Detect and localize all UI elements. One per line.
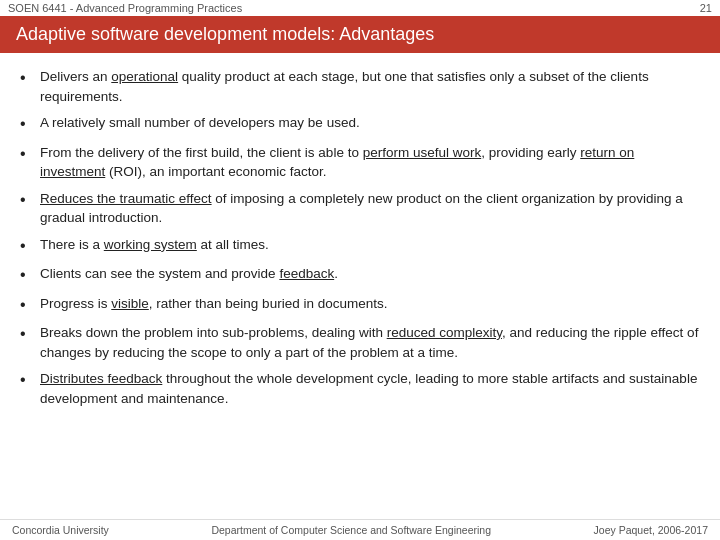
bullet-dot: • [20, 67, 36, 89]
list-item: •Breaks down the problem into sub-proble… [20, 323, 700, 362]
list-item: •Progress is visible, rather than being … [20, 294, 700, 316]
bullet-text: A relatively small number of developers … [40, 113, 700, 133]
bullet-dot: • [20, 294, 36, 316]
footer-right: Joey Paquet, 2006-2017 [594, 524, 708, 536]
bullet-dot: • [20, 369, 36, 391]
bullet-dot: • [20, 113, 36, 135]
bullet-text: From the delivery of the first build, th… [40, 143, 700, 182]
bullet-dot: • [20, 143, 36, 165]
footer-left: Concordia University [12, 524, 109, 536]
list-item: •There is a working system at all times. [20, 235, 700, 257]
list-item: •A relatively small number of developers… [20, 113, 700, 135]
footer-center: Department of Computer Science and Softw… [211, 524, 491, 536]
bullet-dot: • [20, 264, 36, 286]
bullet-text: Reduces the traumatic effect of imposing… [40, 189, 700, 228]
list-item: •From the delivery of the first build, t… [20, 143, 700, 182]
bullet-text: Distributes feedback throughout the whol… [40, 369, 700, 408]
slide-number: 21 [700, 2, 712, 14]
bullet-dot: • [20, 189, 36, 211]
list-item: •Reduces the traumatic effect of imposin… [20, 189, 700, 228]
bullet-text: There is a working system at all times. [40, 235, 700, 255]
bullet-text: Breaks down the problem into sub-problem… [40, 323, 700, 362]
bullet-text: Delivers an operational quality product … [40, 67, 700, 106]
bullet-text: Clients can see the system and provide f… [40, 264, 700, 284]
course-label: SOEN 6441 - Advanced Programming Practic… [8, 2, 242, 14]
bullet-dot: • [20, 323, 36, 345]
content-area: •Delivers an operational quality product… [0, 53, 720, 425]
slide-title: Adaptive software development models: Ad… [16, 24, 434, 44]
list-item: •Distributes feedback throughout the who… [20, 369, 700, 408]
list-item: •Delivers an operational quality product… [20, 67, 700, 106]
bullet-text: Progress is visible, rather than being b… [40, 294, 700, 314]
bullet-dot: • [20, 235, 36, 257]
list-item: •Clients can see the system and provide … [20, 264, 700, 286]
footer: Concordia University Department of Compu… [0, 519, 720, 540]
